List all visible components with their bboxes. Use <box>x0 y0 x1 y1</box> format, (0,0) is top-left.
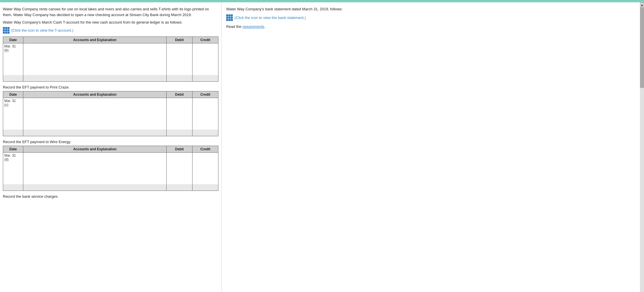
amount-input-row <box>167 123 192 130</box>
header-date-d: Date <box>3 146 23 153</box>
credit-input-c-4[interactable] <box>193 118 217 122</box>
debit-input-d-1[interactable] <box>167 154 191 158</box>
table-row <box>3 111 218 117</box>
scroll-thumb[interactable] <box>640 7 644 88</box>
record-label-d: Record the EFT payment to Wire Energy. <box>3 140 218 144</box>
acct-cell-d-5 <box>23 178 167 184</box>
input-row <box>23 123 166 130</box>
requirements-link[interactable]: requirements <box>242 24 264 29</box>
table-row <box>3 104 218 111</box>
t-account-link[interactable]: (Click the icon to view the T-account.) <box>11 28 73 32</box>
section-label-d: (d) <box>4 157 22 162</box>
credit-input-c-1[interactable] <box>193 99 217 103</box>
table-row: Mar. 31 (b) <box>3 43 218 50</box>
debit-cell-b-2 <box>167 50 193 56</box>
credit-cell-d-2 <box>193 159 218 165</box>
acct-input-b-1[interactable] <box>24 45 166 49</box>
acct-input-d-2[interactable] <box>24 160 166 164</box>
acct-input-c-5[interactable] <box>24 124 166 128</box>
acct-input-b-4[interactable] <box>24 64 166 68</box>
acct-input-b-3[interactable] <box>24 57 166 61</box>
date-label-b: Mar. 31 <box>4 44 22 48</box>
credit-input-d-2[interactable] <box>193 160 217 164</box>
credit-input-d-5[interactable] <box>193 179 217 183</box>
debit-input-b-4[interactable] <box>167 64 191 68</box>
credit-cell-c-3 <box>193 111 218 117</box>
acct-input-d-1[interactable] <box>24 154 166 158</box>
debit-input-c-3[interactable] <box>167 112 191 116</box>
credit-input-d-1[interactable] <box>193 154 217 158</box>
credit-input-c-5[interactable] <box>193 124 217 128</box>
debit-input-d-4[interactable] <box>167 173 191 177</box>
debit-input-b-1[interactable] <box>167 45 191 49</box>
debit-input-b-2[interactable] <box>167 51 191 55</box>
debit-input-c-1[interactable] <box>167 99 191 103</box>
acct-input-d-3[interactable] <box>24 166 166 170</box>
debit-input-d-2[interactable] <box>167 160 191 164</box>
date-cell-b-shaded <box>3 75 23 82</box>
credit-cell-d-3 <box>193 165 218 172</box>
acct-input-c-3[interactable] <box>24 112 166 116</box>
table-row-shaded <box>3 184 218 191</box>
acct-input-c-2[interactable] <box>24 105 166 110</box>
acct-cell-c-3 <box>23 111 167 117</box>
header-accounts-d: Accounts and Explanation <box>23 146 167 153</box>
acct-input-b-5[interactable] <box>24 70 166 74</box>
acct-input-b-2[interactable] <box>24 51 166 55</box>
amount-input-row <box>193 178 218 184</box>
debit-input-c-5[interactable] <box>167 124 191 128</box>
grid-icon-bank[interactable] <box>226 14 233 21</box>
credit-input-d-4[interactable] <box>193 173 217 177</box>
acct-input-b-shaded[interactable] <box>24 76 166 80</box>
table-row <box>3 159 218 165</box>
table-row <box>3 50 218 56</box>
table-row <box>3 165 218 172</box>
credit-input-b-5[interactable] <box>193 70 217 74</box>
input-row <box>23 117 166 123</box>
credit-input-c-3[interactable] <box>193 112 217 116</box>
debit-input-d-5[interactable] <box>167 179 191 183</box>
acct-input-c-4[interactable] <box>24 118 166 122</box>
debit-input-b-3[interactable] <box>167 57 191 61</box>
debit-cell-d-4 <box>167 172 193 178</box>
credit-cell-d-1 <box>193 153 218 159</box>
acct-input-d-4[interactable] <box>24 173 166 177</box>
amount-input-row <box>193 43 218 50</box>
amount-input-row <box>193 69 218 75</box>
debit-input-c-2[interactable] <box>167 105 191 110</box>
left-panel: Water Way Company rents canoes for use o… <box>0 2 222 292</box>
input-row <box>23 43 166 50</box>
acct-input-c-1[interactable] <box>24 99 166 103</box>
acct-input-d-5[interactable] <box>24 179 166 183</box>
bank-statement-link[interactable]: (Click the icon to view the bank stateme… <box>235 16 306 20</box>
credit-input-c-2[interactable] <box>193 105 217 110</box>
grid-icon-t-account[interactable] <box>3 27 9 34</box>
credit-cell-d-4 <box>193 172 218 178</box>
acct-cell-b-4 <box>23 62 167 69</box>
amount-input-row <box>167 50 192 56</box>
top-bar <box>0 0 644 2</box>
bottom-record-label: Record the bank service charges. <box>3 194 218 199</box>
date-cell-b-empty3 <box>3 69 23 75</box>
acct-input-c-shaded[interactable] <box>24 131 166 135</box>
credit-input-b-3[interactable] <box>193 57 217 61</box>
header-credit-d: Credit <box>193 146 218 153</box>
debit-input-c-4[interactable] <box>167 118 191 122</box>
debit-cell-d-3 <box>167 165 193 172</box>
scroll-up-arrow[interactable]: ▲ <box>640 2 644 7</box>
credit-input-b-4[interactable] <box>193 64 217 68</box>
credit-cell-b-2 <box>193 50 218 56</box>
header-credit-c: Credit <box>193 91 218 98</box>
acct-cell-b-5 <box>23 69 167 75</box>
debit-cell-c-5 <box>167 123 193 130</box>
credit-input-b-2[interactable] <box>193 51 217 55</box>
debit-input-d-3[interactable] <box>167 166 191 170</box>
credit-input-b-1[interactable] <box>193 45 217 49</box>
credit-input-d-3[interactable] <box>193 166 217 170</box>
debit-input-b-5[interactable] <box>167 70 191 74</box>
debit-cell-c-2 <box>167 104 193 111</box>
amount-input-row <box>167 153 192 159</box>
acct-input-d-shaded[interactable] <box>24 185 166 189</box>
input-row <box>23 172 166 178</box>
acct-cell-c-1 <box>23 98 167 105</box>
